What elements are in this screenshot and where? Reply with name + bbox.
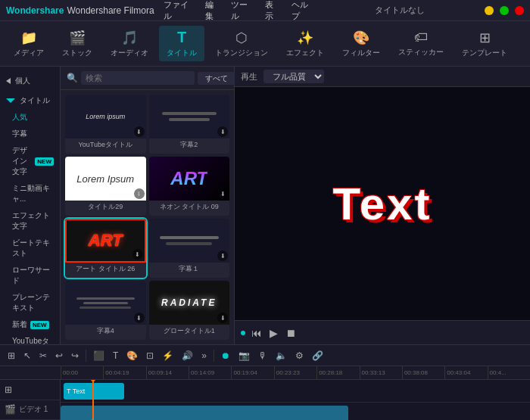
title-clip[interactable]: T Text [64, 383, 124, 400]
line3 [160, 236, 219, 239]
sidebar-item-effect-text[interactable]: エフェクト文字 [0, 207, 60, 235]
play-button[interactable]: ▶ [268, 325, 279, 341]
tool-title[interactable]: T タイトル [159, 26, 204, 61]
tool-effect[interactable]: ✨ エフェクト [279, 26, 332, 61]
close-button[interactable] [515, 6, 524, 15]
tl-camera[interactable]: 📷 [235, 349, 253, 362]
tool-stock-label: ストック [62, 48, 92, 58]
sidebar-item-popular[interactable]: 人気 [0, 109, 60, 126]
menu-help[interactable]: ヘルプ [292, 0, 315, 22]
menu-view[interactable]: 表示 [265, 0, 281, 22]
menu-bar: ファイル 編集 ツール 表示 ヘルプ [164, 0, 315, 22]
template-neon[interactable]: ART ⬇ ネオン タイトル 09 [149, 157, 230, 216]
mark-1: 00:04:19 [103, 366, 145, 379]
title-icon: T [177, 29, 186, 46]
tl-add-media[interactable]: ⊞ [5, 349, 18, 362]
template-subtitle2[interactable]: ⬇ 字幕2 [149, 95, 230, 154]
sidebar-item-new[interactable]: 新着 NEW [0, 316, 60, 333]
tl-crop[interactable]: ⊡ [143, 349, 157, 362]
sidebar-item-subtitle[interactable]: 字幕 [0, 126, 60, 142]
tool-sticker[interactable]: 🏷 スティッカー [391, 26, 451, 61]
maximize-button[interactable] [500, 6, 509, 15]
quality-select[interactable]: フル品質 [263, 70, 324, 83]
sidebar-item-plain[interactable]: プレーンテキスト [0, 289, 60, 316]
template-thumb-6: ⬇ [149, 219, 230, 263]
sidebar-item-beat[interactable]: ビートテキスト [0, 235, 60, 262]
template-label-8: グロータイトル1 [149, 325, 230, 338]
template-label-2: 字幕2 [149, 138, 230, 151]
sidebar: 個人 タイトル 人気 字幕 デザイン文字 NEW ミニ動画キャ... エフェクト… [0, 67, 61, 344]
tl-audio[interactable]: 🔊 [179, 349, 196, 362]
tl-speed[interactable]: ⚡ [159, 349, 176, 362]
tool-template[interactable]: ⊞ テンプレート [454, 26, 515, 61]
sidebar-item-personal[interactable]: 個人 [0, 73, 60, 89]
track-labels: ⊞ 🎬 ビデオ 1 [0, 380, 61, 420]
prev-frame-button[interactable]: ⏮ [250, 325, 263, 341]
tool-transition[interactable]: ⬡ トランジション [207, 26, 276, 61]
tool-filter[interactable]: 🎨 フィルター [335, 26, 388, 61]
tl-trim[interactable]: ✂ [36, 349, 50, 362]
search-input[interactable] [81, 71, 195, 85]
tl-more[interactable]: » [198, 349, 210, 362]
stop-button[interactable]: ⏹ [284, 325, 298, 341]
template-subtitle4[interactable]: ⬇ 字幕4 [65, 281, 146, 340]
playhead[interactable] [92, 380, 94, 420]
tl-record[interactable]: ⏺ [218, 349, 233, 362]
template-label-5: アート タイトル 26 [65, 263, 146, 275]
template-youtube-title[interactable]: Lorem ipsum ⬇ YouTubeタイトル [65, 95, 146, 154]
template-label-6: 字幕１ [149, 263, 230, 275]
tl-select[interactable]: ↖ [20, 349, 34, 362]
tl-vol[interactable]: 🔈 [273, 349, 290, 362]
tl-mic[interactable]: 🎙 [255, 349, 270, 362]
tl-link[interactable]: 🔗 [309, 349, 326, 362]
tl-text[interactable]: T [110, 349, 121, 362]
mark-9: 00:43:04 [444, 366, 487, 379]
collapse-icon [6, 98, 15, 103]
template-art26[interactable]: ART ⬇ アート タイトル 26 [65, 219, 146, 278]
tl-redo[interactable]: ↪ [68, 349, 82, 362]
menu-file[interactable]: ファイル [164, 0, 195, 22]
tool-media[interactable]: 📁 メディア [6, 26, 51, 61]
mark-10: 00:4... [488, 366, 530, 379]
tl-undo[interactable]: ↩ [52, 349, 66, 362]
app-name: Wondershare Filmora [67, 5, 154, 16]
template-label-1: YouTubeタイトル [65, 138, 146, 151]
sidebar-item-lower-third[interactable]: ローワサード [0, 262, 60, 289]
line6 [83, 302, 128, 304]
template-icon: ⊞ [479, 30, 491, 46]
mark-4: 00:19:04 [231, 366, 273, 379]
tool-transition-label: トランジション [215, 48, 268, 58]
tool-audio[interactable]: 🎵 オーディオ [103, 26, 156, 61]
mark-3: 00:14:09 [189, 366, 231, 379]
sidebar-item-title-group[interactable]: タイトル [0, 92, 60, 109]
main-content: 個人 タイトル 人気 字幕 デザイン文字 NEW ミニ動画キャ... エフェクト… [0, 67, 530, 344]
minimize-button[interactable] [485, 6, 494, 15]
menu-edit[interactable]: 編集 [205, 0, 221, 22]
tool-effect-label: エフェクト [286, 48, 324, 58]
template-thumb-8: RADIATE ⬇ [149, 281, 230, 325]
tool-stock[interactable]: 🎬 ストック [55, 26, 100, 61]
download-icon-4: ⬇ [217, 188, 228, 199]
tl-color[interactable]: 🎨 [123, 349, 141, 362]
menu-tools[interactable]: ツール [231, 0, 254, 22]
sidebar-item-mini[interactable]: ミニ動画キャ... [0, 180, 60, 207]
template-subtitle1[interactable]: ⬇ 字幕１ [149, 219, 230, 278]
time-marks: 00:00 00:04:19 00:09:14 00:14:09 00:19:0… [61, 366, 530, 379]
track-row-1: T Text [61, 380, 530, 403]
media-icon: 📁 [20, 30, 37, 46]
template-thumb-3: Lorem Ipsum ⬇ [65, 157, 146, 201]
tl-settings2[interactable]: ⚙ [292, 349, 307, 362]
template-glow1[interactable]: RADIATE ⬇ グロータイトル1 [149, 281, 230, 340]
sidebar-item-youtube[interactable]: YouTubeタイ... [0, 333, 60, 344]
template-thumb-1: Lorem ipsum ⬇ [65, 95, 146, 138]
video-clip[interactable] [61, 406, 348, 420]
mark-0: 00:00 [61, 366, 103, 379]
time-ruler: 00:00 00:04:19 00:09:14 00:14:09 00:19:0… [0, 366, 530, 380]
tl-split[interactable]: ⬛ [90, 349, 108, 362]
window-controls [485, 6, 524, 15]
track2-icon: 🎬 [5, 404, 16, 415]
sticker-icon: 🏷 [414, 30, 428, 45]
preview-label: 再生 [241, 71, 257, 82]
template-title29[interactable]: Lorem Ipsum ⬇ タイトル29 [65, 157, 146, 216]
sidebar-item-design-text[interactable]: デザイン文字 NEW [0, 142, 60, 180]
